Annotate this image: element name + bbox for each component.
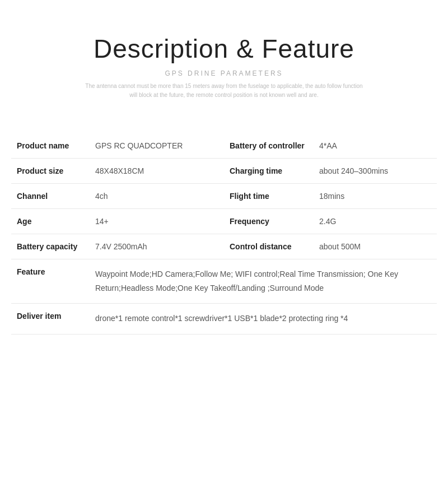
table-row: Product size 48X48X18CM Charging time ab… <box>11 159 437 184</box>
age-label: Age <box>11 209 90 234</box>
table-row: Deliver item drone*1 remote control*1 sc… <box>11 304 437 334</box>
page-title: Description & Feature <box>11 34 437 64</box>
battery-controller-value: 4*AA <box>314 133 437 159</box>
battery-capacity-label: Battery capacity <box>11 234 90 259</box>
description-text: The antenna cannot must be more than 15 … <box>84 82 364 100</box>
feature-label: Feature <box>11 259 90 304</box>
control-distance-label: Control distance <box>224 234 314 259</box>
product-size-label: Product size <box>11 159 90 184</box>
channel-value: 4ch <box>90 184 224 209</box>
product-name-value: GPS RC QUADCOPTER <box>90 133 224 159</box>
table-row: Feature Waypoint Mode;HD Camera;Follow M… <box>11 259 437 304</box>
charging-time-value: about 240–300mins <box>314 159 437 184</box>
page-header: Description & Feature GPS DRINE PARAMETE… <box>0 0 448 117</box>
table-row: Channel 4ch Flight time 18mins <box>11 184 437 209</box>
channel-label: Channel <box>11 184 90 209</box>
battery-capacity-value: 7.4V 2500mAh <box>90 234 224 259</box>
control-distance-value: about 500M <box>314 234 437 259</box>
table-row: Age 14+ Frequency 2.4G <box>11 209 437 234</box>
deliver-item-value: drone*1 remote control*1 screwdriver*1 U… <box>90 304 437 334</box>
table-row: Product name GPS RC QUADCOPTER Battery o… <box>11 133 437 159</box>
subtitle: GPS DRINE PARAMETERS <box>11 69 437 77</box>
product-name-label: Product name <box>11 133 90 159</box>
age-value: 14+ <box>90 209 224 234</box>
charging-time-label: Charging time <box>224 159 314 184</box>
feature-value: Waypoint Mode;HD Camera;Follow Me; WIFI … <box>90 259 437 304</box>
flight-time-value: 18mins <box>314 184 437 209</box>
specs-table: Product name GPS RC QUADCOPTER Battery o… <box>11 133 437 335</box>
deliver-item-label: Deliver item <box>11 304 90 334</box>
frequency-value: 2.4G <box>314 209 437 234</box>
product-size-value: 48X48X18CM <box>90 159 224 184</box>
frequency-label: Frequency <box>224 209 314 234</box>
table-row: Battery capacity 7.4V 2500mAh Control di… <box>11 234 437 259</box>
flight-time-label: Flight time <box>224 184 314 209</box>
battery-controller-label: Battery of controller <box>224 133 314 159</box>
